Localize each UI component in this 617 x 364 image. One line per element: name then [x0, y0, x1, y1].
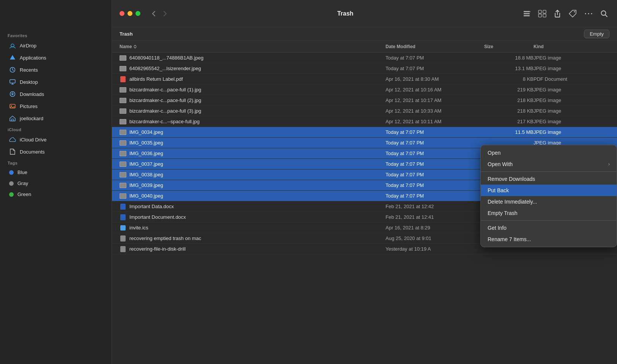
downloads-icon	[9, 91, 16, 97]
close-button[interactable]	[120, 11, 124, 16]
back-button[interactable]	[150, 9, 158, 18]
file-name-cell: Important Data.docx	[120, 203, 386, 210]
file-type-icon	[120, 224, 126, 231]
file-size: 13.1 MB	[484, 66, 534, 71]
forward-button[interactable]	[161, 9, 169, 18]
table-row[interactable]: bizcardmaker-c...pace-full (1).jpg Apr 1…	[112, 85, 617, 95]
sidebar-item-home[interactable]: joellockard	[3, 113, 109, 124]
ics-icon	[120, 225, 126, 231]
file-name: Important Data.docx	[129, 204, 174, 209]
context-menu: Open Open With › Remove Downloads Put Ba…	[480, 145, 617, 247]
file-name-cell: invite.ics	[120, 224, 386, 231]
table-row[interactable]: 64080940118_...74886B1AB.jpeg Today at 7…	[112, 53, 617, 63]
window-controls	[120, 11, 140, 16]
context-rename-items[interactable]: Rename 7 Items...	[481, 234, 617, 245]
desktop-icon	[9, 78, 16, 85]
sidebar-item-tag-gray[interactable]: Gray	[3, 178, 109, 188]
context-get-info[interactable]: Get Info	[481, 222, 617, 234]
grid-view-button[interactable]	[537, 8, 548, 19]
file-icon	[120, 246, 126, 252]
maximize-button[interactable]	[135, 11, 140, 16]
documents-icon	[9, 148, 16, 155]
file-size: 217 KB	[484, 119, 534, 124]
file-size: 8 KB	[484, 76, 534, 82]
context-remove-downloads[interactable]: Remove Downloads	[481, 173, 617, 185]
table-row[interactable]: bizcardmaker-c...--space-full.jpg Apr 12…	[112, 116, 617, 127]
file-name: recovering-file-in-disk-drill	[129, 246, 186, 252]
file-size: 219 KB	[484, 87, 534, 93]
table-row[interactable]: allbirds Return Label.pdf Apr 16, 2021 a…	[112, 74, 617, 85]
file-date: Yesterday at 10:19 A	[386, 246, 484, 252]
name-column-header[interactable]: Name	[120, 42, 386, 51]
sidebar-item-applications[interactable]: Applications	[3, 52, 109, 63]
file-kind: PDF Document	[534, 76, 609, 82]
sidebar-item-downloads[interactable]: Downloads	[3, 88, 109, 100]
file-date: Today at 7:07 PM	[386, 129, 484, 135]
empty-trash-button[interactable]: Empty	[584, 30, 609, 38]
file-name-cell: bizcardmaker-c...pace-full (1).jpg	[120, 86, 386, 93]
file-type-icon	[120, 118, 126, 125]
table-row[interactable]: IMG_0034.jpeg Today at 7:07 PM 11.5 MB J…	[112, 127, 617, 138]
svg-rect-15	[538, 14, 541, 17]
sidebar-item-label: joellockard	[20, 116, 43, 121]
svg-point-19	[585, 13, 586, 14]
file-name: IMG_0034.jpeg	[129, 129, 163, 135]
file-type-icon	[120, 214, 126, 221]
table-row[interactable]: bizcardmaker-c...pace-full (2).jpg Apr 1…	[112, 95, 617, 106]
file-name-cell: IMG_0036.jpeg	[120, 150, 386, 157]
search-button[interactable]	[599, 8, 609, 19]
kind-column-header[interactable]: Kind	[534, 42, 609, 51]
sidebar-item-icloud-drive[interactable]: iCloud Drive	[3, 134, 109, 145]
more-button[interactable]	[583, 10, 594, 17]
context-put-back[interactable]: Put Back	[481, 185, 617, 196]
file-name: recovering emptied trash on mac	[129, 235, 201, 241]
file-kind: JPEG image	[534, 87, 609, 93]
tags-section-label: Tags	[0, 158, 112, 167]
date-column-header[interactable]: Date Modified	[386, 42, 484, 51]
size-column-header[interactable]: Size	[484, 42, 534, 51]
file-date: Apr 12, 2021 at 10:17 AM	[386, 97, 484, 103]
sidebar-item-airdrop[interactable]: AirDrop	[3, 40, 109, 51]
sidebar-item-label: iCloud Drive	[20, 137, 47, 143]
file-name: IMG_0039.jpeg	[129, 182, 163, 188]
file-name-cell: IMG_0039.jpeg	[120, 182, 386, 189]
breadcrumb: Trash	[120, 31, 133, 37]
window-title: Trash	[175, 10, 515, 17]
sidebar-item-desktop[interactable]: Desktop	[3, 76, 109, 88]
sidebar-item-recents[interactable]: Recents	[3, 64, 109, 75]
table-row[interactable]: bizcardmaker-c...pace-full (3).jpg Apr 1…	[112, 106, 617, 116]
jpeg-icon	[120, 108, 126, 114]
file-size: 11.5 MB	[484, 129, 534, 135]
context-open-with[interactable]: Open With ›	[481, 158, 617, 170]
minimize-button[interactable]	[127, 11, 132, 16]
list-view-button[interactable]	[521, 9, 532, 19]
sidebar-item-tag-green[interactable]: Green	[3, 189, 109, 199]
file-name: 64082965542_...lsizerender.jpeg	[129, 66, 201, 71]
jpeg-icon	[120, 172, 126, 177]
file-name: 64080940118_...74886B1AB.jpeg	[129, 55, 203, 61]
sidebar-item-tag-blue[interactable]: Blue	[3, 167, 109, 177]
docx-icon	[120, 214, 126, 220]
recents-icon	[9, 66, 16, 73]
file-kind: JPEG image	[534, 119, 609, 124]
jpeg-icon	[120, 140, 126, 146]
context-open[interactable]: Open	[481, 147, 617, 158]
context-delete-immediately[interactable]: Delete Immediately...	[481, 196, 617, 207]
svg-point-21	[591, 13, 592, 14]
sidebar-item-label: Blue	[17, 169, 27, 175]
navigation-buttons	[150, 9, 169, 18]
context-empty-trash[interactable]: Empty Trash	[481, 207, 617, 219]
svg-point-18	[574, 11, 575, 12]
share-button[interactable]	[552, 8, 562, 19]
file-date: Feb 21, 2021 at 12:41	[386, 214, 484, 220]
sidebar-item-documents[interactable]: Documents	[3, 146, 109, 157]
table-row[interactable]: 64082965542_...lsizerender.jpeg Today at…	[112, 63, 617, 74]
sidebar-item-pictures[interactable]: Pictures	[3, 100, 109, 112]
file-name-cell: recovering-file-in-disk-drill	[120, 246, 386, 253]
sidebar-item-label: Applications	[20, 55, 46, 61]
file-name: bizcardmaker-c...pace-full (2).jpg	[129, 97, 201, 103]
file-kind: JPEG image	[534, 55, 609, 61]
file-date: Apr 12, 2021 at 10:11 AM	[386, 119, 484, 124]
tag-button[interactable]	[567, 8, 578, 19]
favorites-section-label: Favorites	[0, 30, 112, 39]
